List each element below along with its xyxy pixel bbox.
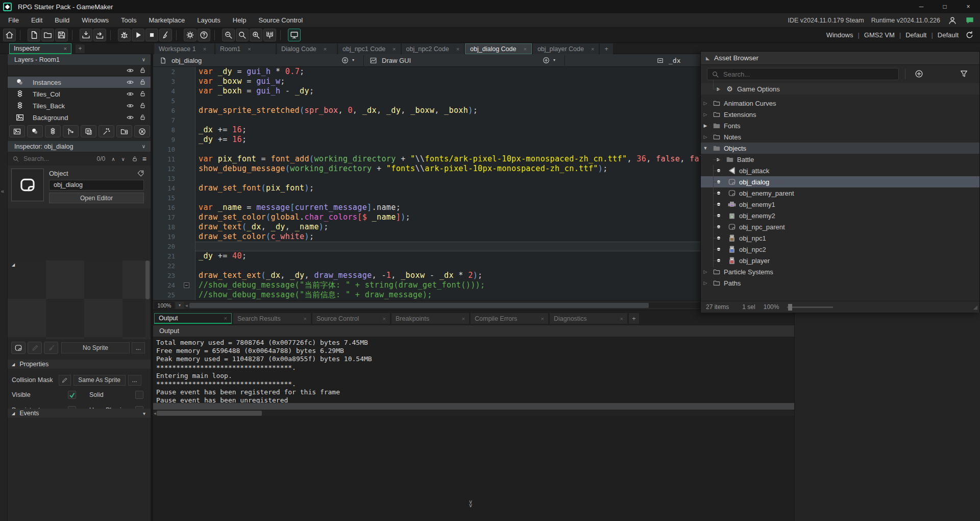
close-icon[interactable]: × bbox=[620, 316, 623, 322]
events-header[interactable]: ◢ Events ▾ bbox=[8, 409, 151, 418]
asset-fonts[interactable]: ▶Fonts bbox=[701, 120, 979, 131]
asset-obj-enemy1[interactable]: obj_enemy1 bbox=[701, 199, 979, 210]
menu-marketplace[interactable]: Marketplace bbox=[142, 13, 191, 27]
import-button[interactable] bbox=[80, 29, 92, 41]
square-plus-layer-button[interactable] bbox=[81, 125, 96, 137]
sprite-selector[interactable]: No Sprite bbox=[61, 342, 130, 353]
menu-icon[interactable]: ≡ bbox=[142, 155, 146, 163]
close-icon[interactable]: × bbox=[541, 316, 544, 322]
asset-game-options[interactable]: ▶⚙Game Options bbox=[701, 83, 979, 94]
menu-layouts[interactable]: Layouts bbox=[191, 13, 227, 27]
lock-icon[interactable] bbox=[139, 78, 146, 86]
asset-extensions[interactable]: ▷Extensions bbox=[701, 109, 979, 120]
code-line-12[interactable]: 12show_debug_message(working_directory +… bbox=[153, 164, 794, 174]
edit-sprite-button[interactable] bbox=[28, 342, 42, 354]
new-project-button[interactable] bbox=[28, 29, 40, 41]
code-hscrollbar[interactable]: 100% ▾ ◂ bbox=[153, 300, 794, 310]
zoom-reset-button[interactable] bbox=[236, 29, 249, 41]
tab-obj-dialog-code[interactable]: obj_dialog Code× bbox=[465, 43, 532, 54]
layer-row-tiles-col[interactable]: Tiles_Col bbox=[8, 88, 151, 100]
close-icon[interactable]: × bbox=[462, 316, 465, 322]
tab-inspector[interactable]: Inspector × bbox=[9, 43, 71, 54]
tab-obj-npc2-code[interactable]: obj_npc2 Code× bbox=[402, 43, 464, 54]
code-line-18[interactable]: 18draw_text(_dx, _dy, _name); bbox=[153, 222, 794, 232]
asset-obj-player[interactable]: obj_player bbox=[701, 255, 979, 266]
layer-row-tiles-back[interactable]: Tiles_Back bbox=[8, 100, 151, 111]
code-line-23[interactable]: 23draw_text_ext(_dx, _dy, draw_message, … bbox=[153, 271, 794, 280]
asset-obj-dialog[interactable]: obj_dialog bbox=[701, 176, 979, 187]
no-entry-layer-button[interactable] bbox=[134, 125, 150, 137]
lock-icon[interactable] bbox=[139, 102, 146, 110]
object-preview[interactable] bbox=[11, 169, 44, 201]
expand-hollow-icon[interactable]: ▷ bbox=[702, 269, 709, 274]
code-line-24[interactable]: 24−//show_debug_message("当前字体: " + strin… bbox=[153, 280, 794, 290]
expand-output-icon[interactable]: ∨∨ bbox=[469, 500, 473, 507]
help-button[interactable] bbox=[198, 29, 210, 41]
asset-animation-curves[interactable]: ▷Animation Curves bbox=[701, 98, 979, 109]
zoom-out-button[interactable] bbox=[222, 29, 235, 41]
filter-icon[interactable] bbox=[959, 69, 969, 79]
checkbox-visible[interactable] bbox=[68, 391, 76, 399]
output-tab-compile-errors[interactable]: Compile Errors× bbox=[471, 313, 548, 324]
edit-image-button[interactable] bbox=[44, 342, 58, 354]
user-icon[interactable] bbox=[947, 15, 958, 26]
device-sync-icon[interactable] bbox=[963, 29, 976, 41]
lock-icon[interactable] bbox=[139, 113, 146, 122]
close-icon[interactable]: × bbox=[324, 46, 327, 52]
collision-more-button[interactable]: ... bbox=[128, 375, 141, 386]
code-line-10[interactable]: 10 bbox=[153, 145, 794, 154]
asset-zoom-slider[interactable] bbox=[787, 306, 833, 308]
add-dock-tab-button[interactable]: + bbox=[76, 44, 85, 53]
chat-icon[interactable] bbox=[965, 15, 975, 26]
layer-row-instances[interactable]: Instances bbox=[8, 77, 151, 88]
run-button[interactable] bbox=[132, 29, 144, 41]
collapse-icon[interactable]: ◢ bbox=[12, 263, 15, 267]
eye-icon[interactable] bbox=[126, 113, 134, 122]
save-project-button[interactable] bbox=[55, 29, 68, 41]
code-line-5[interactable]: 5 bbox=[153, 96, 794, 106]
new-sprite-button[interactable] bbox=[11, 342, 26, 354]
close-icon[interactable]: × bbox=[248, 46, 251, 52]
caret-down-icon[interactable]: ▾ bbox=[352, 58, 354, 62]
find-next-icon[interactable]: ∨ bbox=[121, 156, 125, 162]
code-line-17[interactable]: 17draw_set_color(global.char_colors[$ _n… bbox=[153, 212, 794, 222]
add-output-tab-button[interactable]: + bbox=[629, 313, 639, 324]
add-event-icon[interactable] bbox=[341, 56, 349, 64]
close-icon[interactable]: × bbox=[523, 46, 526, 52]
inspector-header[interactable]: Inspector: obj_dialog ∨ bbox=[8, 141, 151, 152]
close-icon[interactable]: × bbox=[203, 46, 206, 52]
inspector-scrollbar[interactable] bbox=[145, 260, 150, 339]
scroll-left-icon[interactable]: ◂ bbox=[154, 411, 156, 416]
export-button[interactable] bbox=[93, 29, 106, 41]
stop-button[interactable] bbox=[145, 29, 158, 41]
eye-icon[interactable] bbox=[126, 66, 134, 75]
asset-search-input[interactable]: Search... bbox=[707, 68, 899, 80]
caret-down-icon[interactable]: ▾ bbox=[143, 411, 145, 416]
close-button[interactable]: × bbox=[957, 0, 980, 13]
path-layer-button[interactable] bbox=[63, 125, 79, 137]
checkbox-solid[interactable] bbox=[135, 391, 143, 399]
close-icon[interactable]: × bbox=[393, 46, 396, 52]
same-as-sprite-button[interactable]: Same As Sprite bbox=[74, 375, 126, 386]
debug-button[interactable] bbox=[118, 29, 131, 41]
asset-obj-enemy2[interactable]: obj_enemy2 bbox=[701, 210, 979, 221]
lock-icon[interactable] bbox=[131, 155, 138, 162]
close-icon[interactable]: × bbox=[591, 46, 594, 52]
asset-obj-npc1[interactable]: obj_npc1 bbox=[701, 232, 979, 244]
code-line-9[interactable]: 9_dy += 16; bbox=[153, 135, 794, 145]
hscroll-thumb[interactable] bbox=[189, 303, 649, 308]
asset-notes[interactable]: ▷Notes bbox=[701, 131, 979, 143]
code-line-8[interactable]: 8_dx += 16; bbox=[153, 125, 794, 135]
code-line-11[interactable]: 11var pix_font = font_add(working_direct… bbox=[153, 154, 794, 164]
eye-icon[interactable] bbox=[126, 90, 134, 98]
lock-icon[interactable] bbox=[139, 66, 146, 75]
output-tab-search-results[interactable]: Search Results× bbox=[233, 313, 311, 324]
menu-windows[interactable]: Windows bbox=[76, 13, 115, 27]
code-event-section[interactable]: Draw GUI bbox=[370, 54, 411, 67]
code-line-2[interactable]: 2var _dy = gui_h * 0.7; bbox=[153, 67, 794, 77]
windows-layout-button[interactable] bbox=[263, 29, 276, 41]
tab-obj-player-code[interactable]: obj_player Code× bbox=[533, 43, 599, 54]
close-icon[interactable]: × bbox=[59, 45, 67, 52]
search-input[interactable]: Search... bbox=[23, 155, 49, 162]
lock-icon[interactable] bbox=[139, 90, 146, 98]
